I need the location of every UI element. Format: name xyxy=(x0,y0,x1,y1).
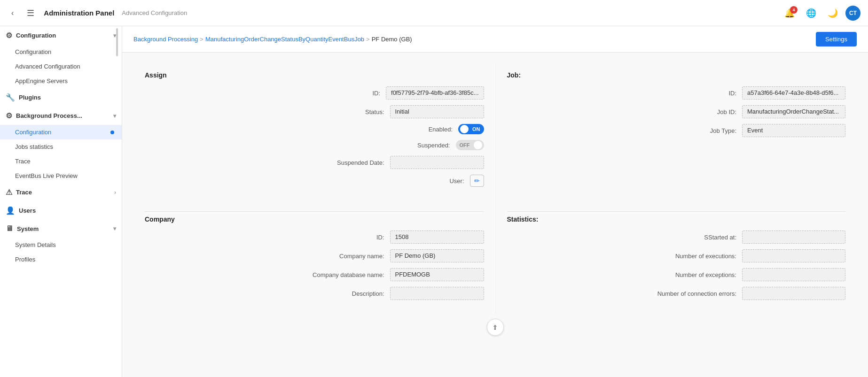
header: ‹ ☰ Administration Panel Advanced Config… xyxy=(0,0,868,26)
assign-panel: Assign ID: f0f57795-2f79-4bfb-af36-3f85c… xyxy=(133,64,495,200)
sidebar-item-jobs-statistics-label: Jobs statistics xyxy=(15,143,114,150)
stat-exceptions-value[interactable] xyxy=(742,268,845,281)
sidebar-group-plugins-label: Plugins xyxy=(19,94,41,101)
sidebar-group-trace[interactable]: ⚠ Trace › xyxy=(0,183,122,201)
assign-suspended-label: Suspended: xyxy=(389,142,450,149)
job-id-row: ID: a57a3f66-64e7-4a3e-8b48-d5f6... xyxy=(507,86,846,100)
sidebar-item-bp-configuration-label: Configuration xyxy=(15,129,107,136)
header-subtitle: Advanced Configuration xyxy=(122,9,187,16)
stat-exceptions-row: Number of exceptions: xyxy=(507,268,846,281)
job-id-label: ID: xyxy=(675,90,736,97)
company-name-row: Company name: PF Demo (GB) xyxy=(145,249,484,262)
suspended-toggle-knob xyxy=(474,141,482,149)
company-name-label: Company name: xyxy=(323,253,384,260)
stat-started-value[interactable] xyxy=(742,231,845,244)
stat-exceptions-label: Number of exceptions: xyxy=(675,271,736,278)
sidebar-item-system-details[interactable]: System Details xyxy=(0,238,122,252)
company-panel: Company ID: 1508 Company name: PF Demo (… xyxy=(133,200,495,313)
enabled-toggle[interactable]: ON xyxy=(458,124,484,134)
company-id-value[interactable]: 1508 xyxy=(390,231,484,244)
job-type-row: Job Type: Event xyxy=(507,124,846,137)
notification-badge: 4 xyxy=(790,6,798,14)
scroll-up-button[interactable]: ⇧ xyxy=(487,319,504,336)
stat-started-label: SStarted at: xyxy=(675,234,736,241)
sidebar-group-background-process[interactable]: ⚙ Background Process... ▾ xyxy=(0,107,122,125)
assign-id-value[interactable]: f0f57795-2f79-4bfb-af36-3f85c... xyxy=(386,86,484,100)
sidebar-group-system-label: System xyxy=(17,225,39,232)
breadcrumb-sep-2: > xyxy=(366,36,370,43)
company-db-label: Company database name: xyxy=(313,271,384,278)
assign-suspended-date-value[interactable] xyxy=(390,156,484,169)
sidebar-item-advanced-configuration[interactable]: Advanced Configuration xyxy=(0,59,122,74)
user-edit-button[interactable]: ✏ xyxy=(470,175,484,187)
sidebar-group-plugins[interactable]: 🔧 Plugins xyxy=(0,88,122,107)
assign-status-label: Status: xyxy=(323,108,384,115)
job-title: Job: xyxy=(507,71,846,79)
assign-enabled-row: Enabled: ON xyxy=(145,124,484,134)
toggle-knob xyxy=(460,125,469,133)
job-type-label: Job Type: xyxy=(675,127,736,134)
main-content: Background Processing > ManufacturingOrd… xyxy=(122,26,868,377)
globe-button[interactable]: 🌐 xyxy=(802,6,820,20)
breadcrumb-sep-1: > xyxy=(200,36,203,43)
sidebar-item-profiles-label: Profiles xyxy=(15,256,114,263)
stat-executions-label: Number of executions: xyxy=(675,253,736,260)
suspended-toggle-label: OFF xyxy=(458,142,472,148)
statistics-panel: Statistics: SStarted at: Number of execu… xyxy=(495,200,857,313)
menu-button[interactable]: ☰ xyxy=(23,6,38,20)
breadcrumb-bar: Background Processing > ManufacturingOrd… xyxy=(122,26,868,53)
sidebar-item-jobs-statistics[interactable]: Jobs statistics xyxy=(0,139,122,154)
assign-status-row: Status: Initial xyxy=(145,105,484,118)
company-name-value[interactable]: PF Demo (GB) xyxy=(390,249,484,262)
back-button[interactable]: ‹ xyxy=(8,7,17,19)
assign-user-label: User: xyxy=(403,177,464,185)
settings-button[interactable]: Settings xyxy=(816,32,857,46)
job-jobid-row: Job ID: ManufacturingOrderChangeStat... xyxy=(507,105,846,118)
sidebar-item-appengine-servers[interactable]: AppEngine Servers xyxy=(0,74,122,88)
assign-suspended-date-row: Suspended Date: xyxy=(145,156,484,169)
breadcrumb-background-processing[interactable]: Background Processing xyxy=(133,36,198,43)
sidebar-scrollbar[interactable] xyxy=(116,28,118,56)
sidebar-item-trace[interactable]: Trace xyxy=(0,154,122,169)
background-process-icon: ⚙ xyxy=(6,111,12,120)
stat-executions-value[interactable] xyxy=(742,249,845,262)
stat-connection-errors-value[interactable] xyxy=(742,287,845,300)
avatar[interactable]: CT xyxy=(845,6,860,21)
trace-icon: ⚠ xyxy=(6,188,12,197)
assign-user-row: User: ✏ xyxy=(145,175,484,187)
assign-title: Assign xyxy=(145,71,484,79)
sidebar-item-profiles[interactable]: Profiles xyxy=(0,252,122,267)
assign-suspended-date-label: Suspended Date: xyxy=(323,159,384,166)
gear-icon: ⚙ xyxy=(6,31,12,40)
sidebar-item-bp-configuration[interactable]: Configuration xyxy=(0,125,122,139)
sidebar-group-trace-label: Trace xyxy=(16,189,32,196)
job-jobid-value[interactable]: ManufacturingOrderChangeStat... xyxy=(742,105,845,118)
company-desc-row: Description: xyxy=(145,287,484,300)
sidebar: ⚙ Configuration ▾ Configuration Advanced… xyxy=(0,26,122,377)
assign-status-value[interactable]: Initial xyxy=(390,105,484,118)
sidebar-group-configuration[interactable]: ⚙ Configuration ▾ xyxy=(0,26,122,45)
panels-grid: Assign ID: f0f57795-2f79-4bfb-af36-3f85c… xyxy=(133,64,857,313)
sidebar-group-background-process-label: Background Process... xyxy=(16,112,82,119)
company-desc-value[interactable] xyxy=(390,287,484,300)
notification-button[interactable]: 🔔 4 xyxy=(781,6,798,20)
sidebar-group-users[interactable]: 👤 Users xyxy=(0,201,122,220)
sidebar-item-configuration[interactable]: Configuration xyxy=(0,45,122,59)
suspended-toggle[interactable]: OFF xyxy=(456,140,484,150)
content-area: Assign ID: f0f57795-2f79-4bfb-af36-3f85c… xyxy=(122,53,868,353)
company-db-value[interactable]: PFDEMOGB xyxy=(390,268,484,281)
job-id-value[interactable]: a57a3f66-64e7-4a3e-8b48-d5f6... xyxy=(742,86,845,100)
job-type-value[interactable]: Event xyxy=(742,124,845,137)
breadcrumb-job[interactable]: ManufacturingOrderChangeStatusByQuantity… xyxy=(205,36,364,43)
sidebar-item-eventbus-live-preview[interactable]: EventBus Live Preview xyxy=(0,169,122,183)
theme-toggle-button[interactable]: 🌙 xyxy=(824,6,842,20)
sidebar-group-system[interactable]: 🖥 System ▾ xyxy=(0,220,122,238)
sidebar-item-configuration-label: Configuration xyxy=(15,48,114,55)
sidebar-item-appengine-servers-label: AppEngine Servers xyxy=(15,77,114,85)
plugins-icon: 🔧 xyxy=(6,93,15,102)
stat-executions-row: Number of executions: xyxy=(507,249,846,262)
enabled-toggle-label: ON xyxy=(470,126,482,132)
stat-connection-errors-label: Number of connection errors: xyxy=(657,290,736,297)
stat-started-row: SStarted at: xyxy=(507,231,846,244)
sidebar-item-trace-label: Trace xyxy=(15,158,114,165)
